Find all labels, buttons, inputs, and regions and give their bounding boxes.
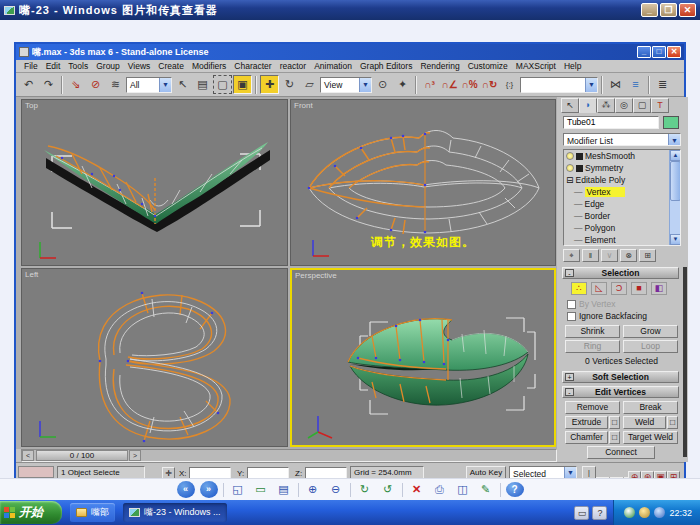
taskbar-item-folder[interactable]: 嘴部 — [70, 503, 115, 522]
previous-image-icon[interactable]: « — [177, 481, 195, 498]
rotate-clockwise-icon[interactable]: ↻ — [356, 481, 374, 498]
modifier-list-dropdown[interactable]: Modifier List ▼ — [563, 133, 681, 146]
visibility-bulb-icon[interactable] — [566, 164, 574, 172]
tab-modify-icon[interactable]: ◗ — [579, 98, 597, 113]
menu-edit[interactable]: Edit — [42, 61, 65, 71]
menu-create[interactable]: Create — [154, 61, 188, 71]
menu-file[interactable]: File — [20, 61, 42, 71]
vertex-subobject-icon[interactable]: ∴ — [571, 282, 587, 295]
pin-stack-icon[interactable]: ⌖ — [563, 249, 580, 262]
stack-item-border[interactable]: — Border — [564, 210, 680, 222]
polygon-subobject-icon[interactable]: ■ — [631, 282, 647, 295]
tab-motion-icon[interactable]: ◎ — [615, 98, 633, 113]
connect-button[interactable]: Connect — [587, 446, 655, 459]
delete-icon[interactable]: ✕ — [408, 481, 426, 498]
scroll-down-icon[interactable]: ▼ — [670, 234, 681, 245]
use-pivot-center-icon[interactable]: ⊙ — [373, 75, 392, 94]
percent-snap-icon[interactable]: ∩% — [460, 75, 479, 94]
rectangular-selection-region-icon[interactable]: ▢ — [213, 75, 232, 94]
viewer-close-icon[interactable]: ✕ — [679, 3, 696, 17]
panel-scrollbar[interactable] — [683, 267, 687, 457]
element-subobject-icon[interactable]: ◧ — [651, 282, 667, 295]
visibility-bulb-icon[interactable] — [566, 152, 574, 160]
chamfer-settings-icon[interactable]: □ — [609, 431, 620, 444]
viewport-perspective[interactable]: Perspective — [290, 268, 556, 447]
help-tray-icon[interactable]: ? — [592, 506, 607, 520]
rotate-counterclockwise-icon[interactable]: ↺ — [379, 481, 397, 498]
next-image-icon[interactable]: » — [200, 481, 218, 498]
rollout-soft-selection[interactable]: + Soft Selection — [562, 371, 679, 383]
object-color-swatch[interactable] — [663, 116, 679, 129]
best-fit-icon[interactable]: ◱ — [229, 481, 247, 498]
remove-button[interactable]: Remove — [565, 401, 620, 414]
menu-modifiers[interactable]: Modifiers — [188, 61, 230, 71]
tab-display-icon[interactable]: ▢ — [633, 98, 651, 113]
remove-modifier-icon[interactable]: ⊗ — [620, 249, 637, 262]
ring-button[interactable]: Ring — [565, 340, 620, 353]
viewport-top[interactable]: Top — [21, 99, 288, 266]
menu-views[interactable]: Views — [124, 61, 155, 71]
tab-create-icon[interactable]: ↖ — [561, 98, 579, 113]
menu-graph-editors[interactable]: Graph Editors — [356, 61, 416, 71]
extrude-settings-icon[interactable]: □ — [609, 416, 620, 429]
named-selection-dropdown[interactable]: ▼ — [520, 77, 598, 93]
select-and-manipulate-icon[interactable]: ✦ — [393, 75, 412, 94]
save-icon[interactable]: ◫ — [454, 481, 472, 498]
viewer-minimize-icon[interactable]: _ — [641, 3, 658, 17]
scroll-up-icon[interactable]: ▲ — [670, 150, 681, 161]
viewer-restore-icon[interactable]: ❐ — [660, 3, 677, 17]
configure-modifier-sets-icon[interactable]: ⊞ — [639, 249, 656, 262]
menu-reactor[interactable]: reactor — [276, 61, 310, 71]
chamfer-button[interactable]: Chamfer — [565, 431, 608, 444]
stack-item-vertex[interactable]: — Vertex — [564, 186, 680, 198]
timeline-right-arrow[interactable]: > — [129, 450, 141, 461]
ignore-backfacing-checkbox[interactable]: Ignore Backfacing — [567, 311, 647, 321]
weld-button[interactable]: Weld — [623, 416, 666, 429]
stack-item-edge[interactable]: — Edge — [564, 198, 680, 210]
menu-help[interactable]: Help — [560, 61, 585, 71]
menu-rendering[interactable]: Rendering — [416, 61, 463, 71]
edge-subobject-icon[interactable]: ◺ — [591, 282, 607, 295]
mirror-icon[interactable]: ⋈ — [606, 75, 625, 94]
select-and-link-icon[interactable]: ⇘ — [66, 75, 85, 94]
select-and-rotate-icon[interactable]: ↻ — [280, 75, 299, 94]
menu-group[interactable]: Group — [92, 61, 124, 71]
snap-toggle-3d-icon[interactable]: ∩³ — [420, 75, 439, 94]
tab-utilities-icon[interactable]: T — [651, 98, 669, 113]
menu-tools[interactable]: Tools — [64, 61, 92, 71]
maxscript-mini-listener-pink[interactable] — [18, 466, 54, 478]
select-and-scale-icon[interactable]: ▱ — [300, 75, 319, 94]
stack-item-editable-poly[interactable]: ⊟ Editable Poly — [564, 174, 680, 186]
break-button[interactable]: Break — [623, 401, 678, 414]
tray-network-icon[interactable] — [654, 507, 665, 518]
select-object-icon[interactable]: ↖ — [173, 75, 192, 94]
object-name-field[interactable]: Tube01 — [563, 116, 659, 129]
unlink-selection-icon[interactable]: ⊘ — [86, 75, 105, 94]
weld-settings-icon[interactable]: □ — [667, 416, 678, 429]
grow-button[interactable]: Grow — [623, 325, 678, 338]
stack-item-element[interactable]: — Element — [564, 234, 680, 246]
help-icon[interactable]: ? — [506, 482, 524, 497]
display-properties-icon[interactable]: ▭ — [574, 506, 589, 520]
timeline-track[interactable]: < 0 / 100 > — [21, 449, 557, 462]
scroll-thumb[interactable] — [670, 161, 681, 201]
print-icon[interactable]: ⎙ — [431, 481, 449, 498]
actual-size-icon[interactable]: ▭ — [252, 481, 270, 498]
layer-manager-icon[interactable]: ≣ — [653, 75, 672, 94]
zoom-out-icon[interactable]: ⊖ — [327, 481, 345, 498]
start-button[interactable]: 开始 — [0, 501, 62, 524]
collapse-icon[interactable]: ⊟ — [566, 175, 574, 185]
spinner-snap-icon[interactable]: ∩↻ — [480, 75, 499, 94]
align-icon[interactable]: ≡ — [626, 75, 645, 94]
tray-eye-icon[interactable] — [624, 507, 635, 518]
by-vertex-checkbox[interactable]: By Vertex — [567, 299, 615, 309]
max-maximize-icon[interactable]: □ — [652, 46, 666, 58]
menu-character[interactable]: Character — [230, 61, 275, 71]
stack-scrollbar[interactable]: ▲ ▼ — [669, 150, 680, 245]
timeline-slider[interactable]: 0 / 100 — [36, 450, 128, 461]
stack-item-symmetry[interactable]: Symmetry — [564, 162, 680, 174]
stack-item-polygon[interactable]: — Polygon — [564, 222, 680, 234]
undo-icon[interactable]: ↶ — [19, 75, 38, 94]
edit-image-icon[interactable]: ✎ — [477, 481, 495, 498]
border-subobject-icon[interactable]: Ɔ — [611, 282, 627, 295]
